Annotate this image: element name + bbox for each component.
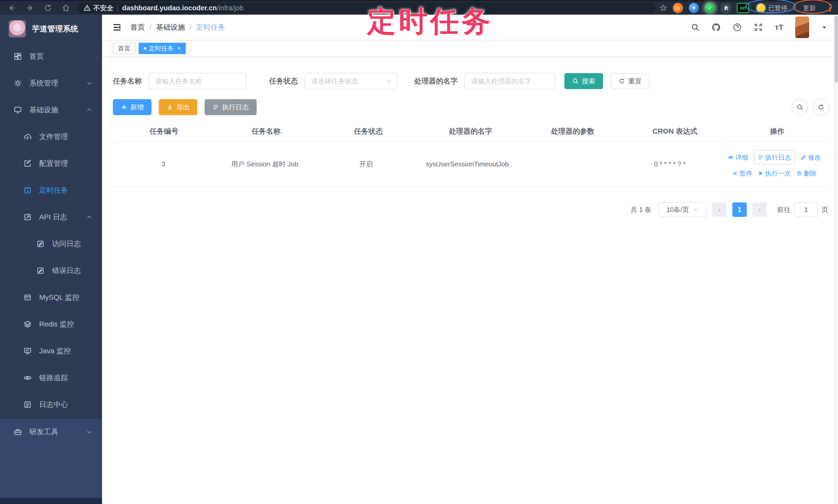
- row-exec-log-link[interactable]: 执行日志: [754, 150, 795, 165]
- address-divider: [118, 5, 118, 11]
- prev-page-button[interactable]: ‹: [712, 202, 727, 217]
- sidebar-item-java[interactable]: Java 监控: [0, 338, 102, 364]
- infrastructure-icon: [13, 106, 22, 114]
- sidebar-item-system[interactable]: 系统管理: [0, 70, 102, 96]
- sidebar-item-error-log[interactable]: 错误日志: [0, 257, 102, 284]
- refresh-table-button[interactable]: [814, 100, 828, 114]
- url-text[interactable]: dashboard.yudao.iocoder.cn/infra/job: [122, 4, 244, 12]
- plus-icon: [121, 104, 127, 110]
- detail-link[interactable]: 详细: [728, 152, 748, 162]
- page-suffix-label: 页: [821, 205, 828, 214]
- table-toolbar: 新增 导出 执行日志: [113, 99, 828, 115]
- help-icon[interactable]: [733, 23, 742, 32]
- sidebar-item-infra[interactable]: 基础设施: [0, 96, 102, 123]
- briefcase-icon: [13, 428, 22, 436]
- header-actions: ᴛT: [691, 17, 828, 38]
- chevron-up-icon: [86, 107, 93, 113]
- jobs-table: 任务编号 任务名称 任务状态 处理器的名字 处理器的参数 CRON 表达式 操作…: [113, 121, 828, 187]
- search-icon[interactable]: [691, 23, 700, 32]
- search-button[interactable]: 搜索: [564, 73, 603, 89]
- cell-handler-param: [518, 142, 619, 186]
- cell-job-status: 开启: [315, 142, 417, 186]
- chevron-down-icon: [86, 80, 93, 87]
- sidebar-item-trace[interactable]: 链路追踪: [0, 364, 102, 391]
- sidebar-item-job[interactable]: 定时任务: [0, 177, 102, 204]
- sidebar-item-file[interactable]: 文件管理: [0, 123, 102, 150]
- show-search-toggle-button[interactable]: [793, 100, 807, 114]
- handler-name-input[interactable]: 请输入处理器的名字: [464, 73, 555, 89]
- job-name-placeholder: 请输入任务名称: [155, 77, 202, 86]
- sidebar-item-api-log[interactable]: API 日志: [0, 204, 102, 231]
- job-name-input[interactable]: 请输入任务名称: [149, 73, 246, 89]
- pause-link[interactable]: 暂停: [732, 168, 752, 179]
- close-tag-icon[interactable]: ×: [177, 45, 181, 52]
- field-label-job-status: 任务状态: [269, 76, 298, 86]
- col-header-status: 任务状态: [317, 121, 420, 142]
- search-icon: [796, 104, 803, 111]
- url-path: /infra/job: [217, 4, 244, 12]
- sidebar-footer-strip: [0, 498, 102, 504]
- sidebar-item-label: API 日志: [39, 212, 79, 222]
- page-scrollbar[interactable]: [834, 15, 838, 504]
- sidebar-item-home[interactable]: 首页: [0, 43, 102, 70]
- edit-link[interactable]: 修改: [800, 152, 821, 162]
- extensions-puzzle-icon[interactable]: [721, 3, 731, 13]
- sidebar-item-log-center[interactable]: 日志中心: [0, 391, 102, 418]
- cell-job-name: 用户 Session 超时 Job: [214, 142, 315, 186]
- list-icon: [212, 104, 219, 110]
- col-header-actions: 操作: [726, 121, 828, 142]
- bookmark-star-icon[interactable]: [659, 2, 667, 14]
- trash-icon: [797, 170, 802, 176]
- page-size-select[interactable]: 10条/页: [659, 202, 706, 217]
- reset-button[interactable]: 重置: [611, 73, 649, 89]
- add-button[interactable]: 新增: [113, 99, 152, 115]
- github-icon[interactable]: [712, 23, 721, 32]
- sidebar-item-label: 首页: [29, 52, 93, 61]
- user-avatar[interactable]: [795, 17, 809, 38]
- back-icon[interactable]: [5, 2, 19, 14]
- extension-green-icon[interactable]: ✓: [705, 3, 715, 13]
- breadcrumb-home[interactable]: 首页: [130, 22, 145, 32]
- filter-form: 任务名称 请输入任务名称 任务状态 请选择任务状态 处理器的名字 请输入处理器的…: [113, 73, 828, 89]
- extension-blue-icon[interactable]: ▼: [689, 3, 699, 13]
- reload-icon[interactable]: [41, 2, 55, 14]
- sidebar-item-config[interactable]: 配置管理: [0, 150, 102, 177]
- forward-icon[interactable]: [23, 2, 37, 14]
- sidebar-menu: 首页 系统管理 基础设施 文件管理 配置管理: [0, 43, 102, 418]
- sidebar-item-label: 系统管理: [29, 78, 79, 88]
- extension-orange-icon[interactable]: ◎: [673, 3, 683, 13]
- gear-icon: [13, 79, 22, 88]
- sidebar-item-label: 基础设施: [29, 105, 79, 115]
- page-1-button[interactable]: 1: [732, 202, 747, 217]
- sidebar-item-label: 配置管理: [39, 159, 93, 168]
- pagination: 共 1 条 10条/页 ‹ 1 › 前往 页: [113, 202, 828, 217]
- user-menu-caret-icon[interactable]: [821, 24, 828, 31]
- tag-job-active[interactable]: 定时任务 ×: [139, 43, 186, 54]
- col-header-handler: 处理器的名字: [420, 121, 522, 142]
- delete-link[interactable]: 删除: [797, 168, 817, 179]
- scrollbar-thumb[interactable]: [835, 16, 838, 83]
- fullscreen-icon[interactable]: [754, 23, 763, 32]
- job-status-select[interactable]: 请选择任务状态: [304, 73, 397, 89]
- tag-home[interactable]: 首页: [113, 43, 136, 54]
- chevron-down-icon: [86, 429, 93, 435]
- home-browser-icon[interactable]: [59, 2, 73, 14]
- next-page-button[interactable]: ›: [752, 202, 767, 217]
- font-size-icon[interactable]: ᴛT: [775, 23, 783, 32]
- breadcrumb-section[interactable]: 基础设施: [156, 22, 185, 32]
- run-once-link[interactable]: 执行一次: [758, 168, 791, 179]
- sidebar-item-redis[interactable]: Redis 监控: [0, 311, 102, 338]
- exec-log-button[interactable]: 执行日志: [205, 99, 257, 115]
- export-button[interactable]: 导出: [159, 99, 197, 115]
- sidebar-item-mysql[interactable]: MySQL 监控: [0, 284, 102, 311]
- address-bar[interactable]: 不安全 dashboard.yudao.iocoder.cn/infra/job: [77, 3, 656, 13]
- col-header-cron: CRON 表达式: [624, 121, 726, 142]
- sidebar-item-access-log[interactable]: 访问日志: [0, 231, 102, 257]
- access-log-icon: [36, 239, 45, 248]
- collapse-sidebar-icon[interactable]: [112, 23, 122, 32]
- goto-page-input[interactable]: [794, 202, 818, 217]
- sidebar-logo-row[interactable]: 芋道管理系统: [0, 15, 102, 43]
- sidebar-item-dev-tools[interactable]: 研发工具: [0, 418, 102, 445]
- security-chip[interactable]: 不安全: [84, 4, 114, 13]
- sidebar: 芋道管理系统 首页 系统管理 基础设施: [0, 15, 102, 504]
